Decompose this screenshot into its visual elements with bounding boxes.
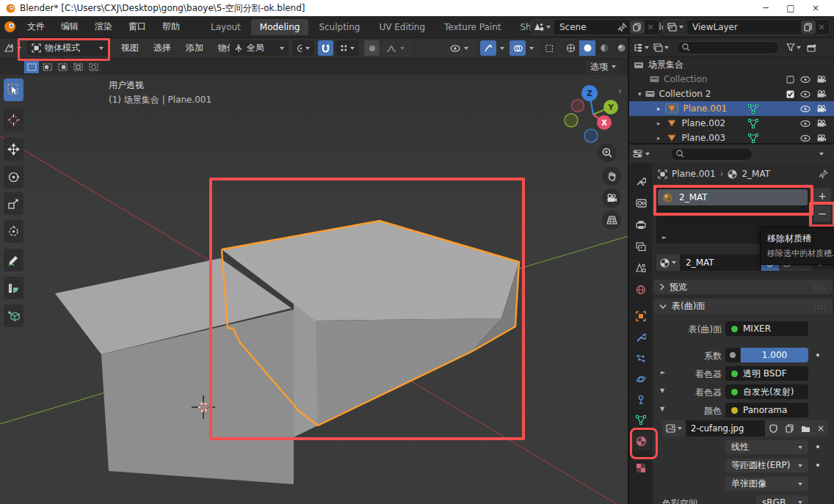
minimize-button[interactable]: ─ (753, 0, 778, 16)
tab-sculpting[interactable]: Sculpting (310, 19, 369, 35)
maximize-button[interactable]: □ (778, 0, 803, 16)
material-slot-row[interactable]: 2_MAT (658, 189, 808, 205)
scene-icon[interactable] (531, 20, 554, 34)
image-name-field[interactable]: 2-cufang.jpg (686, 420, 765, 437)
tab-render-icon[interactable] (631, 194, 650, 213)
mode-dropdown[interactable]: 物体模式 (27, 40, 108, 56)
surface-shader-button[interactable]: MIXER (725, 321, 808, 336)
image-fake-user-button[interactable] (765, 420, 781, 437)
outliner-search-input[interactable] (676, 41, 779, 54)
select-mode-extend-button[interactable] (40, 60, 54, 73)
new-scene-icon[interactable] (630, 21, 645, 34)
colorspace-dropdown[interactable]: sRGB (756, 495, 808, 504)
shading-material-button[interactable] (596, 40, 612, 56)
expand-icon[interactable]: ▸ (657, 105, 661, 112)
browse-material-button[interactable] (656, 255, 680, 271)
options-dropdown[interactable]: 选项 (585, 61, 621, 73)
pin-icon[interactable] (617, 23, 627, 32)
shader1-button[interactable]: 透明 BSDF (725, 366, 808, 381)
tab-scene-icon[interactable] (631, 258, 650, 277)
interpolation-dropdown[interactable]: 线性 (725, 440, 808, 454)
outliner-row-collection-2[interactable]: ▾ Collection 2 (629, 87, 834, 101)
tab-view-layer-icon[interactable] (631, 237, 650, 256)
include-checkbox[interactable] (786, 90, 794, 98)
shading-rendered-button[interactable] (613, 40, 629, 56)
open-image-button[interactable] (797, 420, 813, 437)
tab-uv-editing[interactable]: UV Editing (370, 19, 434, 35)
shader2-button[interactable]: 自发光(发射) (725, 384, 808, 399)
show-gizmo-dropdown[interactable] (446, 40, 476, 56)
menu-window[interactable]: 窗口 (120, 16, 154, 38)
decorator-dot[interactable] (816, 464, 819, 467)
tab-world-icon[interactable] (631, 280, 650, 299)
tab-modeling[interactable]: Modeling (251, 19, 309, 35)
viewlayer-icon[interactable] (664, 20, 687, 34)
breadcrumb-object[interactable]: Plane.001 (672, 169, 716, 179)
pan-hand-button[interactable] (602, 167, 621, 186)
hide-eye-icon[interactable] (800, 106, 811, 112)
add-cube-tool[interactable] (4, 304, 23, 327)
tab-texture-paint[interactable]: Texture Paint (435, 19, 510, 35)
disable-render-camera-icon[interactable] (816, 134, 827, 142)
browse-image-button[interactable] (662, 420, 686, 437)
filter-button[interactable] (786, 43, 801, 51)
menu-add[interactable]: 添加 (178, 42, 211, 54)
select-mode-invert-button[interactable] (70, 60, 85, 73)
remove-slot-button[interactable]: − (813, 205, 831, 222)
tab-tool-icon[interactable] (631, 172, 650, 191)
hide-eye-icon[interactable] (800, 120, 811, 127)
cursor-tool[interactable] (4, 109, 23, 131)
transform-orientation-dropdown[interactable]: 全局 (230, 40, 289, 56)
tab-physics-icon[interactable] (631, 370, 650, 389)
new-collection-button[interactable] (807, 43, 817, 52)
select-mode-intersect-button[interactable] (86, 60, 101, 73)
color-button[interactable]: Panorama (725, 403, 808, 417)
decorator-dot[interactable] (816, 445, 819, 448)
disable-render-camera-icon[interactable] (816, 90, 827, 98)
select-mode-new-button[interactable] (24, 60, 39, 73)
xray-toggle[interactable] (541, 40, 556, 56)
outliner-row-plane-002[interactable]: ▸ Plane.002 (629, 116, 834, 131)
collapse-shader-icon[interactable]: ▼ (660, 387, 664, 394)
expand-icon[interactable]: ▸ (657, 134, 661, 142)
scale-tool[interactable] (4, 192, 23, 215)
tab-constraints-icon[interactable] (631, 390, 650, 409)
blender-menu-icon[interactable] (4, 21, 16, 33)
menu-file[interactable]: 文件 (19, 16, 53, 38)
move-tool[interactable] (4, 138, 23, 161)
perspective-toggle-button[interactable] (602, 211, 621, 230)
unlink-scene-icon[interactable]: × (647, 22, 654, 32)
collapse-color-icon[interactable]: ▼ (660, 406, 664, 412)
slot-expand-icon[interactable]: ► (662, 234, 667, 241)
tab-object-data-icon[interactable] (631, 410, 650, 429)
panel-preview-header[interactable]: 预览 :::: (653, 280, 833, 294)
projection-dropdown[interactable]: 等距圆柱(ERP) (725, 459, 808, 472)
proportional-editing-toggle[interactable] (364, 40, 380, 56)
select-mode-subtract-button[interactable] (55, 60, 70, 73)
properties-search-input[interactable] (670, 147, 753, 161)
factor-socket[interactable] (725, 348, 740, 362)
breadcrumb-material[interactable]: 2_MAT (741, 169, 770, 179)
hide-eye-icon[interactable] (800, 135, 811, 142)
exclude-checkbox[interactable] (786, 76, 794, 84)
menu-help[interactable]: 帮助 (154, 16, 188, 38)
disable-render-camera-icon[interactable] (816, 120, 827, 127)
properties-options-chevron[interactable] (819, 153, 824, 156)
panel-surface-header[interactable]: 表(曲)面 :::: (653, 299, 833, 313)
pin-id-icon[interactable] (819, 169, 828, 179)
outliner-row-collection[interactable]: Collection (629, 72, 834, 87)
gizmos-toggle[interactable] (480, 40, 496, 56)
hide-eye-icon[interactable] (800, 91, 811, 98)
rotate-tool[interactable] (4, 166, 23, 189)
snap-toggle[interactable] (318, 40, 333, 56)
properties-editor-button[interactable] (633, 149, 650, 158)
transform-tool[interactable] (4, 220, 23, 243)
measure-tool[interactable] (4, 277, 23, 299)
tab-output-icon[interactable] (631, 215, 650, 234)
expand-icon[interactable]: ▸ (657, 120, 661, 127)
disable-render-camera-icon[interactable] (816, 76, 827, 83)
outliner-row-plane-001[interactable]: ▸ Plane.001 (629, 101, 834, 116)
expand-shader-icon[interactable]: ► (661, 369, 665, 376)
new-viewlayer-icon[interactable] (801, 21, 816, 34)
shading-solid-button[interactable] (579, 40, 595, 56)
